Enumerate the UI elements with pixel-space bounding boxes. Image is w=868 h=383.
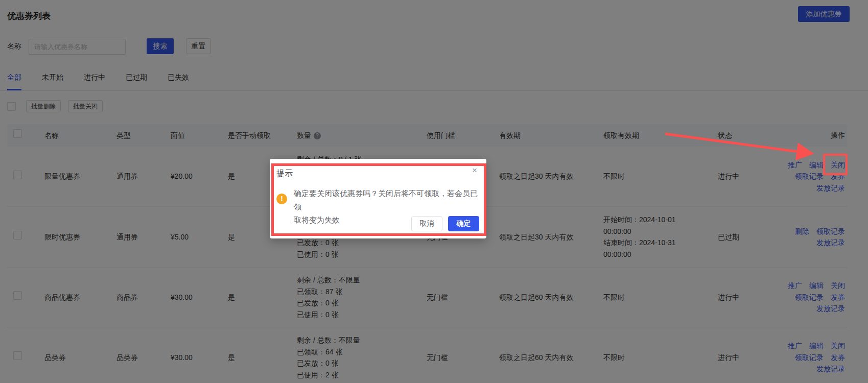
cancel-button[interactable]: 取消 [411, 216, 442, 231]
dialog-title: 提示 [276, 169, 293, 179]
close-icon[interactable]: × [470, 165, 480, 176]
confirm-close-dialog: 提示 × ! 确定要关闭该优惠券吗？关闭后将不可领取，若会员已领取将变为失效 取… [270, 159, 486, 238]
coupon-list-page: 优惠券列表 添加优惠券 名称 搜索 重置 全部未开始进行中已过期已失效 批量删除… [0, 0, 868, 383]
confirm-button[interactable]: 确定 [448, 216, 479, 231]
warning-icon: ! [276, 194, 287, 204]
